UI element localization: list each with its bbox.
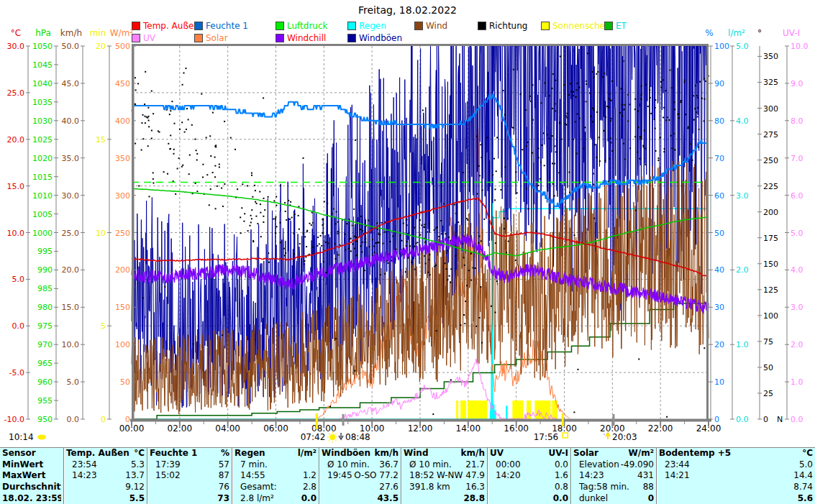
richtung-dot (495, 312, 496, 313)
table-column-feuchte-1: Feuchte 1%17:395715:02877673 (147, 448, 232, 504)
table-cell: 14:2313.7 (66, 470, 145, 482)
richtung-dot (515, 171, 516, 173)
richtung-dot (142, 138, 144, 139)
richtung-dot (145, 122, 146, 124)
table-column-regen: Regenl/m²7 min.14:551.2Gesamt:2.82.8 l/m… (232, 448, 319, 504)
axis-unit-min: min (90, 28, 106, 38)
richtung-dot (477, 193, 478, 195)
cell-time-label: 2.8 l/m² (235, 493, 274, 504)
richtung-dot (515, 260, 516, 261)
richtung-dot (151, 91, 152, 92)
richtung-dot (545, 82, 546, 83)
cell-value: 27.6 (379, 482, 399, 493)
richtung-dot (438, 236, 440, 237)
richtung-dot (360, 245, 362, 247)
richtung-dot (421, 224, 422, 226)
richtung-dot (463, 172, 464, 173)
tick-label: 7.0 (791, 154, 803, 163)
table-cell: 14:23431 (573, 470, 654, 482)
richtung-dot (416, 242, 418, 243)
richtung-dot (480, 286, 481, 288)
tick-label: 1040 (32, 79, 53, 88)
richtung-dot (540, 161, 542, 162)
richtung-dot (240, 232, 242, 234)
cell-time-label (150, 493, 155, 504)
tick-label: 400 (115, 116, 130, 126)
cell-value: 14.4 (793, 470, 813, 482)
richtung-dot (247, 230, 249, 232)
richtung-dot (611, 142, 612, 143)
richtung-dot (658, 157, 660, 159)
cell-time-label: 14:20 (490, 470, 521, 482)
richtung-dot (202, 164, 204, 165)
table-cell: 14:201.6 (490, 470, 568, 482)
richtung-dot (142, 122, 143, 124)
tick-label: 10.0 (62, 340, 80, 349)
richtung-dot (167, 173, 168, 175)
richtung-dot (670, 135, 672, 137)
richtung-dot (250, 221, 252, 223)
table-cell: Elevation-49.090 (573, 459, 654, 471)
tick-label: 975 (37, 321, 53, 331)
cell-time-label: 7 min. (235, 459, 268, 471)
tick-label: 995 (37, 247, 53, 256)
cell-value: 431 (637, 470, 654, 482)
table-cell: 00:000.0 (490, 459, 568, 471)
richtung-dot (164, 286, 165, 288)
cell-value: 0.0 (301, 493, 317, 504)
richtung-dot (684, 80, 686, 81)
tick-label: 25.0 (7, 88, 25, 98)
richtung-dot (678, 117, 680, 119)
tick-label: 3.0 (791, 303, 803, 312)
cell-time-label: Elevation (573, 459, 619, 471)
richtung-dot (196, 191, 198, 192)
richtung-dot (475, 267, 476, 269)
richtung-dot (285, 211, 286, 212)
richtung-dot (352, 243, 354, 244)
richtung-dot (664, 148, 665, 150)
richtung-dot (251, 209, 252, 211)
richtung-dot (186, 129, 187, 130)
richtung-dot (441, 233, 442, 234)
richtung-dot (276, 226, 278, 227)
richtung-dot (337, 233, 339, 234)
richtung-dot (361, 251, 363, 252)
axis-unit-°C: °C (11, 28, 21, 38)
richtung-dot (327, 242, 329, 244)
sunshine-bar (468, 400, 487, 419)
richtung-dot (379, 234, 381, 235)
richtung-dot (414, 227, 415, 229)
richtung-dot (377, 242, 378, 243)
tick-label: 15.0 (62, 303, 80, 312)
richtung-dot (643, 147, 645, 148)
richtung-dot (554, 195, 555, 196)
richtung-dot (293, 233, 294, 234)
richtung-dot (252, 196, 253, 198)
moonrise-time: 20:03 (612, 432, 637, 442)
richtung-dot (362, 230, 363, 232)
cell-value: 0 (648, 493, 654, 504)
tick-label: 500 (115, 42, 130, 51)
cell-time-label (150, 482, 155, 493)
richtung-dot (538, 157, 539, 158)
richtung-dot (552, 162, 553, 164)
richtung-dot (163, 171, 165, 173)
richtung-dot (257, 223, 258, 224)
richtung-dot (593, 77, 595, 78)
richtung-dot (339, 244, 340, 246)
richtung-dot (593, 184, 594, 185)
richtung-dot (464, 265, 465, 266)
richtung-dot (446, 252, 447, 254)
richtung-dot (660, 137, 661, 138)
richtung-dot (634, 136, 636, 137)
richtung-dot (275, 232, 276, 234)
sensor-summary-table: SensorMinWertMaxWertDurchschnitt18.02. 2… (0, 447, 815, 504)
richtung-dot (135, 89, 137, 91)
richtung-dot (654, 119, 655, 120)
richtung-dot (241, 207, 242, 209)
richtung-dot (337, 231, 339, 232)
table-row-label: Durchschnitt (2, 482, 61, 493)
axis-unit-hPa: hPa (35, 28, 51, 38)
richtung-dot (623, 60, 624, 62)
tick-label: 1050 (32, 42, 53, 51)
